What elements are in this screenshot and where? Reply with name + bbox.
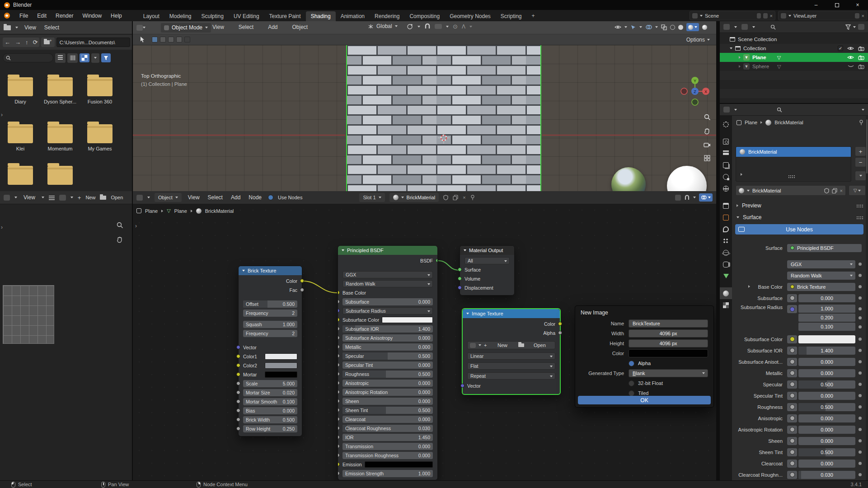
property-widget[interactable] <box>798 335 855 343</box>
copy-icon[interactable] <box>763 13 768 19</box>
node-row[interactable]: Subsurface Subsurface 0.000 Subsurface0.… <box>343 298 433 305</box>
animate-decorator[interactable] <box>859 394 862 397</box>
copy-icon[interactable] <box>855 13 859 19</box>
pan-hand-icon[interactable] <box>701 125 713 137</box>
shading-solid-icon[interactable] <box>678 25 683 30</box>
property-widget[interactable]: GGX <box>787 260 855 268</box>
image-open-button[interactable]: Open <box>527 343 553 348</box>
navigation-gizmo[interactable]: Y X Z <box>678 74 712 108</box>
node-row[interactable]: Displacement Displacement Displacement <box>464 284 510 291</box>
property-row[interactable]: GGX <box>732 259 862 269</box>
node-socket[interactable] <box>300 288 304 292</box>
shader-editor-icon[interactable] <box>136 195 143 201</box>
world[interactable] <box>720 183 732 194</box>
shader-toolbar-toggle[interactable]: › <box>135 223 137 229</box>
slot-specials-dropdown[interactable] <box>855 171 866 181</box>
animate-decorator[interactable] <box>859 263 862 266</box>
image-width-field[interactable]: 4096 px <box>629 329 708 338</box>
socket-button[interactable] <box>787 369 797 377</box>
unlink-material-icon[interactable]: × <box>840 188 843 193</box>
menu-window[interactable]: Window <box>79 11 105 20</box>
color-swatch[interactable] <box>265 353 297 360</box>
output[interactable] <box>720 147 732 159</box>
property-row[interactable]: Anisotropic 0.000 <box>732 413 862 423</box>
node-row[interactable]: Base Color Base Color Base Color <box>343 289 433 296</box>
node-row[interactable]: Vector Vector Vector <box>243 343 297 351</box>
socket-button[interactable] <box>787 392 797 400</box>
node-row[interactable]: Color2 Color2 Color2 <box>243 361 297 369</box>
property-row[interactable]: Specular 0.500 <box>732 380 862 389</box>
node-socket[interactable] <box>338 345 340 349</box>
node-row[interactable]: Specular Tint Specular Tint 0.000 Specul… <box>343 361 433 369</box>
node-row[interactable]: Mortar Mortar Mortar <box>243 371 297 378</box>
node-socket[interactable] <box>338 327 340 331</box>
node-row[interactable]: Subsurface Anisotropy Subsurface Anisotr… <box>343 334 433 342</box>
node-socket[interactable] <box>236 345 240 349</box>
node-row[interactable]: Mortar Size Mortar Size 0.020 Mortar Siz… <box>243 389 297 396</box>
image-view-menu[interactable]: View <box>22 193 37 202</box>
folder-item[interactable]: Diary <box>0 77 40 104</box>
socket-button[interactable] <box>787 294 797 302</box>
pivot-point-icon[interactable] <box>407 23 413 30</box>
animate-decorator[interactable] <box>859 428 862 431</box>
node-row[interactable]: Clearcoat Clearcoat 0.000 Clearcoat0.000 <box>343 415 433 423</box>
node-row[interactable]: Anisotropic Rotation Anisotropic Rotatio… <box>343 388 433 396</box>
generated-type-dropdown[interactable]: Blank <box>629 369 708 377</box>
animation[interactable]: Animation <box>336 11 370 21</box>
node-row[interactable]: Transmission Transmission 0.000 Transmis… <box>343 442 433 450</box>
node-view-menu[interactable]: View <box>186 193 202 202</box>
folder-item[interactable]: Fusion 360 <box>80 77 120 104</box>
node-socket[interactable] <box>338 309 340 313</box>
add-slot-button[interactable]: + <box>855 146 866 156</box>
node-socket[interactable] <box>338 291 340 295</box>
browse-material-filter-button[interactable]: ▽ <box>849 185 866 196</box>
display-thumbnails-button[interactable] <box>80 53 89 62</box>
node-row[interactable]: IOR IOR 1.450 IOR1.450 <box>343 433 433 441</box>
image-zoom-gizmo-icon[interactable] <box>117 222 123 230</box>
property-row[interactable]: Sheen 0.000 <box>732 436 862 446</box>
shader-type-dropdown[interactable]: Object <box>155 193 182 202</box>
hide-eye-icon[interactable] <box>847 55 854 60</box>
folder-item[interactable]: Klei <box>0 124 40 151</box>
node-add-menu[interactable]: Add <box>229 193 242 202</box>
collection-checkbox[interactable]: ✓ <box>838 46 843 51</box>
shader-editor[interactable]: Object View Select Add Node Use Nodes Sl… <box>133 191 717 480</box>
socket-button[interactable] <box>787 358 797 366</box>
property-row[interactable]: Specular Tint 0.000 <box>732 391 862 400</box>
property-widget[interactable]: 0.000 <box>798 414 855 422</box>
brick-plane-object[interactable] <box>346 45 541 191</box>
vector-widget[interactable]: 1.000 0.200 0.100 <box>798 305 862 331</box>
node-row[interactable]: Transmission Roughness Transmission Roug… <box>343 451 433 459</box>
pin-icon[interactable] <box>757 13 761 19</box>
file-browser-editor-icon[interactable] <box>4 25 11 30</box>
property-row[interactable]: Subsurface IOR 1.400 <box>732 346 862 355</box>
image-browse-icon[interactable] <box>470 343 476 348</box>
image-editor-icon[interactable] <box>4 195 10 201</box>
node-row[interactable]: Flat Flat <box>467 362 555 370</box>
node-row[interactable]: Row Height Row Height 0.250 Row Height0.… <box>243 425 297 432</box>
node-socket[interactable] <box>458 277 462 281</box>
node-socket[interactable] <box>338 462 340 466</box>
editor-type-icon[interactable] <box>136 25 143 31</box>
sep[interactable] <box>720 194 732 200</box>
breadcrumb-material[interactable]: BrickMaterial <box>774 120 803 125</box>
image-name-field[interactable]: BrickTexture <box>629 319 708 328</box>
slot-dropdown[interactable]: Slot 1 <box>359 193 385 202</box>
node-row[interactable] <box>239 338 302 342</box>
node-socket[interactable] <box>338 444 340 448</box>
folder-item[interactable] <box>0 166 40 188</box>
properties-editor-icon[interactable] <box>723 107 730 113</box>
node-row[interactable] <box>338 266 437 269</box>
shading-material-preview-icon[interactable] <box>686 23 699 31</box>
folder-item[interactable]: Momentum <box>40 124 80 151</box>
node-socket[interactable] <box>338 417 340 421</box>
nav-up-button[interactable]: ↑ <box>25 39 28 46</box>
viewport-select-menu[interactable]: Select <box>237 23 255 31</box>
file-browser-select-menu[interactable]: Select <box>42 23 61 32</box>
property-row[interactable]: Metallic 0.000 <box>732 368 862 378</box>
node-row[interactable]: Mortar Smooth Mortar Smooth 0.100 Mortar… <box>243 398 297 405</box>
select-mode-intersect-button[interactable] <box>184 37 190 42</box>
render[interactable] <box>720 136 732 147</box>
property-widget[interactable]: Random Walk <box>787 272 855 280</box>
node-node-menu[interactable]: Node <box>247 193 263 202</box>
